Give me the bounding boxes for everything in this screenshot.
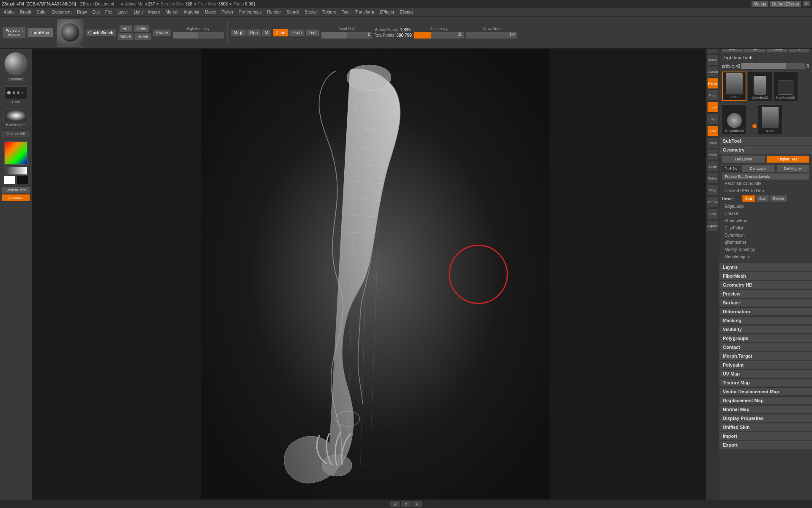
uv-map-section-header[interactable]: UV Map	[719, 370, 812, 378]
menu-picker[interactable]: Picker	[219, 9, 236, 15]
del-lower-button[interactable]: Del Lower	[722, 155, 765, 163]
display-properties-section-header[interactable]: Display Properties	[719, 414, 812, 422]
morph-target-section-header[interactable]: Morph Target	[719, 352, 812, 360]
scale-button[interactable]: Scale	[134, 33, 151, 40]
menu-marker[interactable]: Marker	[163, 9, 181, 15]
menu-movie[interactable]: Movie	[203, 9, 218, 15]
menu-edit[interactable]: Edit	[91, 9, 102, 15]
menu-zplugin[interactable]: ZPlugin	[378, 9, 396, 15]
menu-render[interactable]: Render	[265, 9, 283, 15]
preview-section-header[interactable]: Preview	[719, 290, 812, 298]
draw-button[interactable]: Draw	[133, 25, 149, 32]
rotate-icon-button[interactable]: Rotate	[707, 173, 718, 184]
lsym-button[interactable]: L.Sym	[707, 113, 718, 124]
frame-button[interactable]: Frame	[707, 137, 718, 148]
rgb-intensity-slider[interactable]	[173, 32, 224, 39]
suv-button[interactable]: Suv	[756, 195, 769, 202]
material-preview[interactable]	[4, 52, 27, 75]
rgb-button[interactable]: Rgb	[247, 29, 261, 36]
menu-document[interactable]: Document	[50, 9, 74, 15]
arthur2-thumb[interactable]: arthur	[758, 105, 782, 134]
brushalpha-preview[interactable]	[4, 109, 27, 122]
rotate-button[interactable]: Rotate	[153, 29, 171, 36]
black-swatch[interactable]	[16, 176, 29, 184]
persp-button[interactable]: Persp	[707, 78, 718, 89]
dynamesh-item[interactable]: DynaMesh	[722, 232, 809, 239]
zcut-button[interactable]: Zcut	[305, 29, 319, 36]
texture-map-section-header[interactable]: Texture Map	[719, 378, 812, 387]
z-intensity-slider[interactable]: 25	[414, 32, 464, 39]
export-section-header[interactable]: Export	[719, 441, 812, 449]
texture-off-button[interactable]: Texture Off	[2, 130, 30, 137]
delete-btn[interactable]: Delete	[770, 195, 787, 202]
projection-master-button[interactable]: Projection Master	[3, 27, 26, 39]
fibermesh-section-header[interactable]: FiberMesh	[719, 272, 812, 280]
mrgb-button[interactable]: Mrgb	[231, 29, 247, 36]
crease-item[interactable]: Crease	[722, 210, 809, 217]
nav-left-button[interactable]: ◄	[390, 501, 400, 507]
zadd-button[interactable]: Zadd	[273, 29, 288, 36]
subtool-section-header[interactable]: SubTool	[719, 137, 812, 145]
menu-preferences[interactable]: Preferences	[237, 9, 264, 15]
nav-right-button[interactable]: ►	[412, 501, 422, 507]
contact-section-header[interactable]: Contact	[719, 343, 812, 351]
menu-macro[interactable]: Macro	[146, 9, 162, 15]
higher-res-button[interactable]: Higher Res	[766, 155, 810, 163]
menu-transform[interactable]: Transform	[353, 9, 376, 15]
vector-displacement-map-section-header[interactable]: Vector Displacement Map	[719, 387, 812, 395]
arthur-slider[interactable]	[741, 63, 805, 69]
meshintegrity-item[interactable]: MeshIntegrity	[722, 253, 809, 260]
menu-layer[interactable]: Layer	[115, 9, 130, 15]
deformation-section-header[interactable]: Deformation	[719, 307, 812, 315]
visibility-section-header[interactable]: Visibility	[719, 325, 812, 333]
lightbox-tools-item[interactable]: Lightbox Tools	[719, 53, 812, 62]
move-icon-button[interactable]: Move	[707, 149, 718, 160]
aahalf-button[interactable]: AAHalf	[707, 66, 718, 77]
subtool-thumb-polymesh3d[interactable]: PolyMesh3D	[774, 72, 798, 101]
displacement-map-section-header[interactable]: Displacement Map	[719, 396, 812, 404]
dots-preview[interactable]	[4, 86, 27, 99]
polygroups-section-header[interactable]: Polygroups	[719, 334, 812, 342]
edit-button[interactable]: Edit	[119, 25, 132, 32]
focal-shift-slider[interactable]: 0	[321, 32, 372, 39]
masking-section-header[interactable]: Masking	[719, 316, 812, 324]
menu-brush[interactable]: Brush	[18, 9, 33, 15]
transp-button[interactable]: Transp	[707, 196, 718, 207]
menu-alpha[interactable]: Alpha	[2, 9, 17, 15]
m-button[interactable]: M	[262, 29, 271, 36]
claypolish-item[interactable]: ClayPolish	[722, 224, 809, 232]
menu-file[interactable]: File	[103, 9, 114, 15]
menu-tool[interactable]: Tool	[340, 9, 351, 15]
draw-size-slider[interactable]: 64	[466, 32, 517, 39]
qremesher-item[interactable]: qRemesher	[722, 239, 809, 246]
polyf-button[interactable]: Polyf	[707, 185, 718, 196]
move-button[interactable]: Move	[118, 33, 134, 40]
menu-material[interactable]: Material	[182, 9, 202, 15]
scale-icon-button[interactable]: Scale	[707, 161, 718, 172]
geometry-hd-section-header[interactable]: Geometry HD	[719, 281, 812, 289]
quick-sketch-button[interactable]: Quick Sketch	[86, 29, 116, 36]
menu-light[interactable]: Light	[132, 9, 145, 15]
layers-section-header[interactable]: Layers	[719, 263, 812, 271]
local-button[interactable]: Local	[707, 102, 718, 113]
modify-topology-item[interactable]: Modify Topology	[722, 246, 809, 253]
geometry-section-header[interactable]: Geometry	[719, 146, 812, 154]
actual-button[interactable]: Actual	[707, 54, 718, 65]
menu-stroke[interactable]: Stroke	[302, 9, 319, 15]
menu-color[interactable]: Color	[35, 9, 49, 15]
smt-button[interactable]: Smt	[742, 195, 755, 202]
close-window-button[interactable]: ✕	[803, 1, 810, 6]
surface-section-header[interactable]: Surface	[719, 298, 812, 306]
subtool-thumb-arthur[interactable]: arthur	[722, 72, 746, 101]
nav-center-button[interactable]: ▼	[401, 501, 411, 507]
edgeloop-item[interactable]: EdgeLoop	[722, 203, 809, 210]
menu-zscript[interactable]: ZScript	[398, 9, 415, 15]
unified-skin-section-header[interactable]: Unified Skin	[719, 423, 812, 431]
import-section-header[interactable]: Import	[719, 432, 812, 440]
solo-button[interactable]: Solo	[707, 208, 718, 219]
gradient-bar[interactable]	[4, 166, 27, 175]
alternate-button[interactable]: Alternate	[2, 194, 30, 201]
normal-map-section-header[interactable]: Normal Map	[719, 405, 812, 413]
zsub-button[interactable]: Zsub	[289, 29, 304, 36]
del-lower2-button[interactable]: Del Lower	[742, 165, 775, 172]
